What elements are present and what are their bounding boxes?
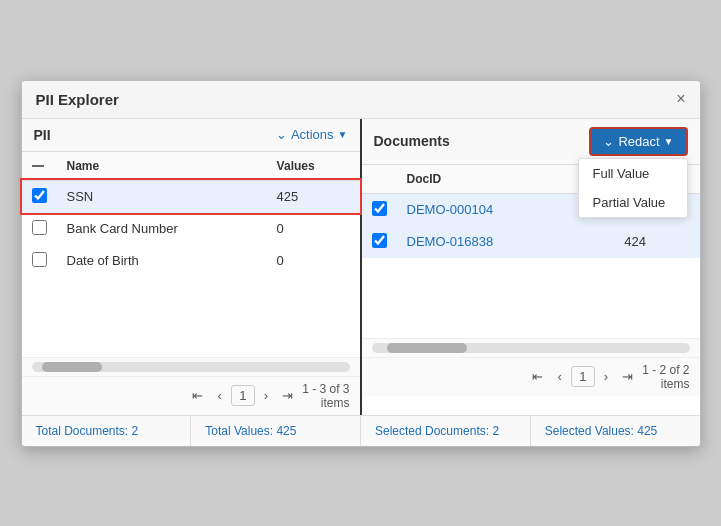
pii-row-checkbox-dob[interactable] bbox=[22, 245, 57, 277]
docs-row-docid-2: DEMO-016838 bbox=[397, 226, 615, 258]
pii-row-name-bank: Bank Card Number bbox=[57, 213, 267, 245]
docs-first-page-button[interactable]: ⇤ bbox=[527, 367, 548, 386]
footer-total-values: Total Values: 425 bbox=[191, 416, 361, 446]
pii-prev-page-button[interactable]: ‹ bbox=[212, 386, 226, 405]
chevron-down-icon-redact: ⌄ bbox=[603, 134, 614, 149]
pii-page-number: 1 bbox=[231, 385, 255, 406]
redact-dropdown-menu: Full Value Partial Value bbox=[578, 158, 688, 218]
docs-paging-info: 1 - 2 of 2items bbox=[642, 363, 689, 391]
footer-selected-docs: Selected Documents: 2 bbox=[361, 416, 531, 446]
pii-panel-header: PII ⌄ Actions ▼ bbox=[22, 119, 360, 152]
docs-row-2: DEMO-016838 424 bbox=[362, 226, 700, 258]
pii-row-value-ssn: 425 bbox=[267, 180, 360, 213]
pii-table: Name Values SSN 425 Bank Card Number bbox=[22, 152, 360, 277]
pii-col-values: Values bbox=[267, 152, 360, 181]
caret-icon-redact: ▼ bbox=[664, 136, 674, 147]
pii-row-checkbox-ssn[interactable] bbox=[22, 180, 57, 213]
actions-button[interactable]: ⌄ Actions ▼ bbox=[276, 127, 348, 142]
redact-dropdown-wrap: ⌄ Redact ▼ Full Value Partial Value bbox=[589, 127, 687, 156]
pii-last-page-button[interactable]: ⇥ bbox=[277, 386, 298, 405]
docs-panel-header: Documents ⌄ Redact ▼ Full Value Partial … bbox=[362, 119, 700, 165]
footer-total-docs: Total Documents: 2 bbox=[22, 416, 192, 446]
pii-row-bankcardnumber: Bank Card Number 0 bbox=[22, 213, 360, 245]
pii-scrollbar bbox=[22, 357, 360, 376]
pii-row-dob: Date of Birth 0 bbox=[22, 245, 360, 277]
pii-pagination: ⇤ ‹ 1 › ⇥ 1 - 3 of 3items bbox=[22, 376, 360, 415]
docs-next-page-button[interactable]: › bbox=[599, 367, 613, 386]
docs-panel: Documents ⌄ Redact ▼ Full Value Partial … bbox=[362, 119, 700, 415]
pii-row-value-dob: 0 bbox=[267, 245, 360, 277]
dialog-header: PII Explorer × bbox=[22, 81, 700, 119]
pii-scrollbar-thumb bbox=[42, 362, 102, 372]
docs-scrollbar-thumb bbox=[387, 343, 467, 353]
docs-pagination: ⇤ ‹ 1 › ⇥ 1 - 2 of 2items bbox=[362, 357, 700, 396]
pii-row-ssn: SSN 425 bbox=[22, 180, 360, 213]
pii-row-name-dob: Date of Birth bbox=[57, 245, 267, 277]
close-button[interactable]: × bbox=[676, 91, 685, 107]
pii-first-page-button[interactable]: ⇤ bbox=[187, 386, 208, 405]
docs-row-checkbox-2[interactable] bbox=[362, 226, 397, 258]
docs-col-checkbox bbox=[362, 165, 397, 194]
dialog-body: PII ⌄ Actions ▼ Name Values bbox=[22, 119, 700, 415]
full-value-option[interactable]: Full Value bbox=[579, 159, 687, 188]
pii-row-checkbox-bank[interactable] bbox=[22, 213, 57, 245]
docs-row-value-2: 424 bbox=[614, 226, 699, 258]
docs-prev-page-button[interactable]: ‹ bbox=[552, 367, 566, 386]
pii-row-name-ssn: SSN bbox=[57, 180, 267, 213]
pii-panel: PII ⌄ Actions ▼ Name Values bbox=[22, 119, 362, 415]
pii-explorer-dialog: PII Explorer × PII ⌄ Actions ▼ bbox=[21, 80, 701, 447]
partial-value-option[interactable]: Partial Value bbox=[579, 188, 687, 217]
redact-button[interactable]: ⌄ Redact ▼ bbox=[589, 127, 687, 156]
docs-last-page-button[interactable]: ⇥ bbox=[617, 367, 638, 386]
docs-scrollbar-track[interactable] bbox=[372, 343, 690, 353]
dialog-title: PII Explorer bbox=[36, 91, 119, 108]
pii-col-checkbox bbox=[22, 152, 57, 181]
pii-panel-title: PII bbox=[34, 127, 51, 143]
pii-paging-info: 1 - 3 of 3items bbox=[302, 382, 349, 410]
docs-panel-title: Documents bbox=[374, 133, 450, 149]
docs-page-number: 1 bbox=[571, 366, 595, 387]
docs-row-checkbox-1[interactable] bbox=[362, 193, 397, 226]
docs-scrollbar bbox=[362, 338, 700, 357]
pii-scrollbar-track[interactable] bbox=[32, 362, 350, 372]
pii-table-wrap: Name Values SSN 425 Bank Card Number bbox=[22, 152, 360, 277]
caret-icon: ▼ bbox=[338, 129, 348, 140]
chevron-down-icon: ⌄ bbox=[276, 127, 287, 142]
pii-col-name: Name bbox=[57, 152, 267, 181]
pii-row-value-bank: 0 bbox=[267, 213, 360, 245]
footer-selected-values: Selected Values: 425 bbox=[531, 416, 700, 446]
dialog-footer: Total Documents: 2 Total Values: 425 Sel… bbox=[22, 415, 700, 446]
pii-next-page-button[interactable]: › bbox=[259, 386, 273, 405]
